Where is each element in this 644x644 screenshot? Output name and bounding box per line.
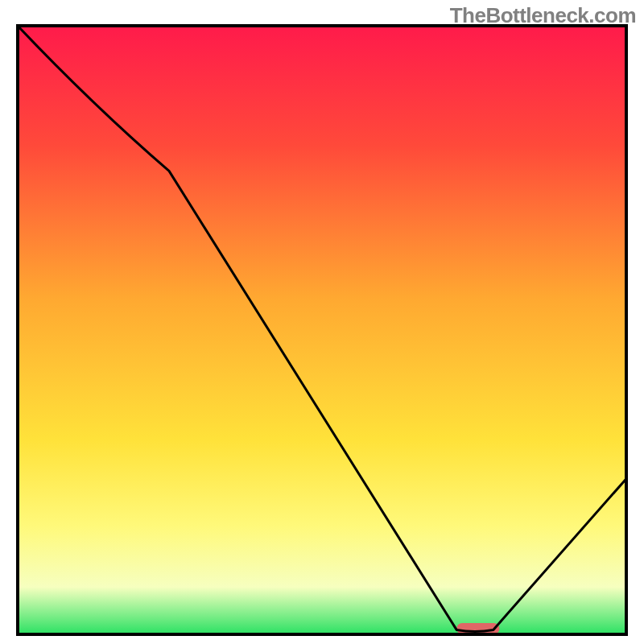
chart-plot (16, 24, 628, 636)
chart-frame: TheBottleneck.com (0, 0, 644, 644)
chart-svg (16, 24, 628, 636)
